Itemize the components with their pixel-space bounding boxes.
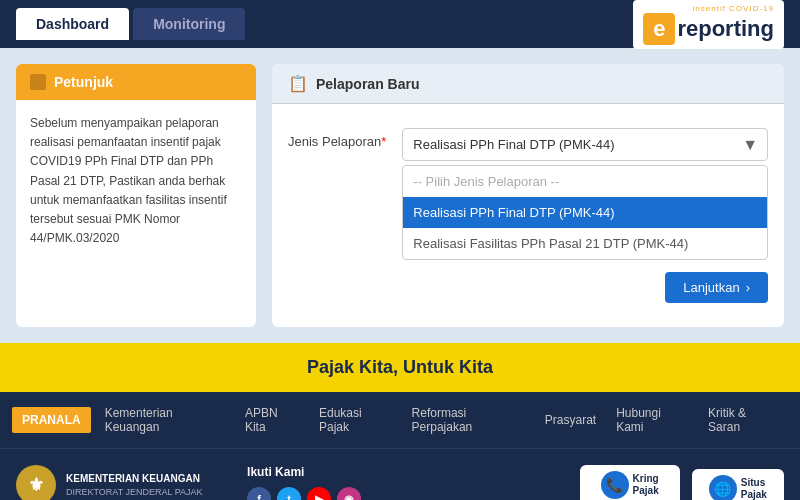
petunjuk-body: Sebelum menyampaikan pelaporan realisasi… bbox=[16, 100, 256, 262]
e-logo: e bbox=[643, 13, 675, 45]
youtube-icon[interactable]: ▶ bbox=[307, 487, 331, 500]
globe-icon: 🌐 bbox=[709, 475, 737, 501]
dropdown-item-placeholder[interactable]: -- Pilih Jenis Pelaporan -- bbox=[403, 166, 767, 197]
footer-nav-kritik[interactable]: Kritik & Saran bbox=[698, 400, 788, 440]
social-icons: f t ▶ ◉ bbox=[247, 487, 387, 500]
kring-badge: 📞 KringPajak 1 500 200 bbox=[580, 465, 680, 500]
arrow-icon: › bbox=[746, 280, 750, 295]
petunjuk-title: Petunjuk bbox=[54, 74, 113, 90]
kemenkeu-text: KEMENTERIAN KEUANGAN DIREKTORAT JENDERAL… bbox=[66, 472, 203, 499]
footer-nav-reformasi[interactable]: Reformasi Perpajakan bbox=[402, 400, 535, 440]
footer-nav-hubungi[interactable]: Hubungi Kami bbox=[606, 400, 698, 440]
petunjuk-header: Petunjuk bbox=[16, 64, 256, 100]
footer-logo-section: ⚜ KEMENTERIAN KEUANGAN DIREKTORAT JENDER… bbox=[16, 465, 227, 500]
petunjuk-text: Sebelum menyampaikan pelaporan realisasi… bbox=[30, 114, 242, 248]
footer-social-section: Ikuti Kami f t ▶ ◉ @DITJENPAJAKRI bbox=[247, 465, 387, 500]
field-label: Jenis Pelaporan* bbox=[288, 128, 386, 149]
petunjuk-icon bbox=[30, 74, 46, 90]
petunjuk-card: Petunjuk Sebelum menyampaikan pelaporan … bbox=[16, 64, 256, 327]
main-content: Petunjuk Sebelum menyampaikan pelaporan … bbox=[0, 48, 800, 343]
reporting-label: reporting bbox=[677, 16, 774, 42]
twitter-icon[interactable]: t bbox=[277, 487, 301, 500]
covid-label: insentif COVID-19 bbox=[693, 4, 774, 13]
dropdown-list: -- Pilih Jenis Pelaporan -- Realisasi PP… bbox=[402, 165, 768, 260]
phone-icon: 📞 bbox=[601, 471, 629, 499]
situs-top: 🌐 SitusPajak bbox=[709, 475, 767, 501]
footer-nav-pranala[interactable]: PRANALA bbox=[12, 407, 91, 433]
field-controls: Realisasi PPh Final DTP (PMK-44) ▼ -- Pi… bbox=[402, 128, 768, 303]
required-mark: * bbox=[381, 134, 386, 149]
facebook-icon[interactable]: f bbox=[247, 487, 271, 500]
footer-nav-edukasi[interactable]: Edukasi Pajak bbox=[309, 400, 402, 440]
dropdown-item-1[interactable]: Realisasi PPh Final DTP (PMK-44) bbox=[403, 197, 767, 228]
kemenkeu-logo: ⚜ bbox=[16, 465, 56, 500]
tab-monitoring[interactable]: Monitoring bbox=[133, 8, 245, 40]
banner-text: Pajak Kita, Untuk Kita bbox=[307, 357, 493, 377]
logo-area: insentif COVID-19 e reporting bbox=[633, 0, 784, 49]
pelaporan-card: 📋 Pelaporan Baru Jenis Pelaporan* Realis… bbox=[272, 64, 784, 327]
situs-label: SitusPajak bbox=[741, 477, 767, 501]
footer-nav-kemenkeu[interactable]: Kementerian Keuangan bbox=[95, 400, 235, 440]
document-icon: 📋 bbox=[288, 74, 308, 93]
footer-right: 📞 KringPajak 1 500 200 🌐 SitusPajak www.… bbox=[580, 465, 784, 500]
nav-tabs: Dashboard Monitoring bbox=[16, 8, 245, 40]
yellow-banner: Pajak Kita, Untuk Kita bbox=[0, 343, 800, 392]
pelaporan-body: Jenis Pelaporan* Realisasi PPh Final DTP… bbox=[272, 104, 784, 327]
pelaporan-header: 📋 Pelaporan Baru bbox=[272, 64, 784, 104]
footer-nav-apbn[interactable]: APBN Kita bbox=[235, 400, 309, 440]
kring-label: KringPajak bbox=[633, 473, 659, 497]
footer-nav: PRANALA Kementerian Keuangan APBN Kita E… bbox=[0, 392, 800, 449]
ikuti-kami-label: Ikuti Kami bbox=[247, 465, 387, 479]
instagram-icon[interactable]: ◉ bbox=[337, 487, 361, 500]
footer: PRANALA Kementerian Keuangan APBN Kita E… bbox=[0, 392, 800, 500]
situs-badge: 🌐 SitusPajak www.pajak.go.id bbox=[692, 469, 784, 501]
pelaporan-title: Pelaporan Baru bbox=[316, 76, 419, 92]
footer-logo-row: ⚜ KEMENTERIAN KEUANGAN DIREKTORAT JENDER… bbox=[16, 465, 227, 500]
tab-dashboard[interactable]: Dashboard bbox=[16, 8, 129, 40]
kring-top: 📞 KringPajak bbox=[601, 471, 659, 499]
footer-main: ⚜ KEMENTERIAN KEUANGAN DIREKTORAT JENDER… bbox=[0, 449, 800, 500]
lanjutkan-button[interactable]: Lanjutkan › bbox=[665, 272, 768, 303]
footer-nav-prasyarat[interactable]: Prasyarat bbox=[535, 407, 606, 433]
jenis-pelaporan-select[interactable]: Realisasi PPh Final DTP (PMK-44) bbox=[402, 128, 768, 161]
header: Dashboard Monitoring insentif COVID-19 e… bbox=[0, 0, 800, 48]
dropdown-item-2[interactable]: Realisasi Fasilitas PPh Pasal 21 DTP (PM… bbox=[403, 228, 767, 259]
select-wrapper: Realisasi PPh Final DTP (PMK-44) ▼ bbox=[402, 128, 768, 161]
